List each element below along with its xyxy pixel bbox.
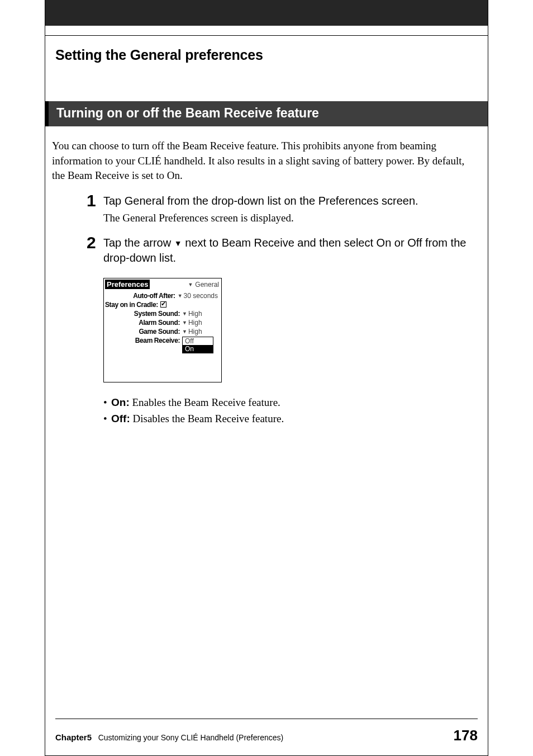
pda-auto-off-selector[interactable]: ▼ 30 seconds: [178, 292, 218, 300]
pda-label: Alarm Sound:: [107, 319, 182, 327]
bullet-desc: Disables the Beam Receive feature.: [130, 413, 284, 424]
checkbox-checked-icon: [160, 301, 166, 308]
pda-alarm-sound-selector[interactable]: ▼ High: [182, 319, 218, 327]
pda-label: System Sound:: [107, 310, 182, 318]
step-body: Tap General from the drop-down list on t…: [103, 193, 478, 226]
bullet-text: Off: Disables the Beam Receive feature.: [111, 411, 284, 427]
pda-row-beam-receive: Beam Receive: Off On: [104, 336, 221, 354]
pda-value-text: 30 seconds: [184, 292, 218, 300]
triangle-down-icon: ▼: [182, 320, 187, 325]
pda-row-alarm-sound: Alarm Sound: ▼ High: [104, 318, 221, 327]
pda-category-label: General: [195, 281, 219, 289]
header-bar: [45, 0, 488, 26]
pda-game-sound-selector[interactable]: ▼ High: [182, 328, 218, 336]
pda-beam-receive-selector[interactable]: Off On: [182, 337, 218, 353]
step-instruction: Tap General from the drop-down list on t…: [103, 193, 478, 209]
pda-row-auto-off: Auto-off After: ▼ 30 seconds: [104, 291, 221, 300]
step-number: 1: [87, 192, 103, 226]
step-detail: The General Preferences screen is displa…: [103, 211, 478, 226]
pda-dropdown-open: Off On: [182, 337, 213, 353]
pda-label: Game Sound:: [107, 328, 182, 336]
footer-chapter: Chapter5: [55, 733, 92, 742]
bullet-icon: •: [103, 411, 111, 427]
bullet-text: On: Enables the Beam Receive feature.: [111, 395, 280, 411]
subsection-title: Turning on or off the Beam Receive featu…: [45, 101, 488, 126]
page-footer: Chapter5 Customizing your Sony CLIÉ Hand…: [55, 719, 478, 744]
page-frame: Setting the General preferences Turning …: [45, 0, 488, 756]
header-rule: [45, 31, 488, 36]
bullet-icon: •: [103, 395, 111, 411]
bullet-on: • On: Enables the Beam Receive feature.: [103, 395, 478, 411]
pda-header: Preferences ▼ General: [104, 278, 221, 290]
footer-left: Chapter5 Customizing your Sony CLIÉ Hand…: [55, 733, 283, 742]
pda-value-text: High: [188, 310, 202, 318]
pda-option-on[interactable]: On: [183, 345, 213, 353]
pda-screenshot: Preferences ▼ General Auto-off After: ▼ …: [103, 278, 222, 382]
pda-cradle-checkbox[interactable]: [160, 301, 166, 309]
pda-category-selector[interactable]: ▼ General: [188, 281, 219, 289]
pda-row-cradle: Stay on in Cradle:: [104, 300, 221, 309]
pda-body: Auto-off After: ▼ 30 seconds Stay on in …: [104, 290, 221, 382]
pda-app-title: Preferences: [105, 280, 150, 289]
triangle-down-icon: ▼: [182, 329, 187, 334]
step-number: 2: [87, 234, 103, 266]
pda-value-text: High: [188, 319, 202, 327]
bullet-off: • Off: Disables the Beam Receive feature…: [103, 411, 478, 427]
step-1: 1 Tap General from the drop-down list on…: [87, 193, 478, 226]
step-instruction: Tap the arrow ▼ next to Beam Receive and…: [103, 235, 478, 266]
page-content: Setting the General preferences Turning …: [45, 36, 488, 427]
pda-label: Auto-off After:: [107, 292, 178, 300]
intro-paragraph: You can choose to turn off the Beam Rece…: [52, 139, 478, 183]
step-2: 2 Tap the arrow ▼ next to Beam Receive a…: [87, 235, 478, 266]
triangle-down-icon: ▼: [174, 238, 182, 249]
pda-label: Stay on in Cradle:: [105, 301, 160, 309]
triangle-down-icon: ▼: [188, 282, 193, 287]
footer-title: Customizing your Sony CLIÉ Handheld (Pre…: [98, 733, 284, 742]
pda-option-off[interactable]: Off: [183, 337, 213, 345]
bullet-desc: Enables the Beam Receive feature.: [130, 396, 280, 408]
page-number: 178: [454, 727, 478, 744]
bullet-label: Off:: [111, 413, 130, 424]
pda-system-sound-selector[interactable]: ▼ High: [182, 310, 218, 318]
pda-row-game-sound: Game Sound: ▼ High: [104, 327, 221, 336]
pda-row-system-sound: System Sound: ▼ High: [104, 309, 221, 318]
pda-label: Beam Receive:: [107, 337, 182, 344]
step-body: Tap the arrow ▼ next to Beam Receive and…: [103, 235, 478, 266]
triangle-down-icon: ▼: [178, 293, 183, 299]
pda-value-text: High: [188, 328, 202, 336]
step-text-pre: Tap the arrow: [103, 237, 174, 249]
bullet-label: On:: [111, 396, 130, 408]
triangle-down-icon: ▼: [182, 311, 187, 316]
section-title: Setting the General preferences: [55, 47, 478, 63]
bullet-list: • On: Enables the Beam Receive feature. …: [103, 395, 478, 427]
